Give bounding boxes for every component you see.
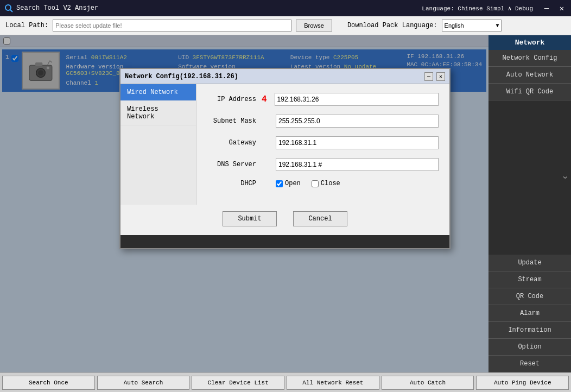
svg-line-1	[10, 10, 12, 12]
dns-server-label: DNS Server	[207, 161, 256, 168]
network-config-button[interactable]: Network Config	[488, 50, 571, 67]
modal-controls: — ✕	[424, 72, 445, 81]
dhcp-open-option[interactable]: Open	[276, 180, 301, 187]
modal-minimize-button[interactable]: —	[424, 72, 433, 81]
search-once-button[interactable]: Search Once	[2, 376, 95, 390]
dns-server-row: DNS Server	[207, 158, 439, 171]
collapse-arrow-icon[interactable]: ›	[560, 175, 570, 180]
gateway-input[interactable]	[276, 136, 439, 149]
dns-server-input[interactable]	[276, 158, 439, 171]
qr-code-button[interactable]: QR Code	[488, 288, 571, 305]
ip-address-input[interactable]	[275, 93, 439, 106]
title-bar: Search Tool V2 Ansjer Language: Chinese …	[0, 0, 571, 16]
dhcp-row: DHCP Open Close	[207, 180, 439, 187]
ip-step: 4	[262, 94, 267, 104]
title-controls: — ✕	[542, 4, 567, 13]
local-path-label: Local Path:	[5, 22, 48, 29]
modal-form: IP Address 4 Subnet Mask Gateway DNS Ser…	[196, 84, 449, 205]
option-button[interactable]: Option	[488, 339, 571, 356]
ip-address-label: IP Address	[207, 96, 256, 103]
right-sidebar: Network Network Config Auto Network Wifi…	[488, 35, 571, 372]
sidebar-bottom-btns: Update Stream QR Code Alarm Information …	[488, 255, 571, 372]
submit-button[interactable]: Submit	[223, 211, 277, 226]
sidebar-spacer: ›	[488, 100, 571, 255]
dhcp-label: DHCP	[207, 180, 256, 187]
stream-button[interactable]: Stream	[488, 271, 571, 288]
ip-address-row: IP Address 4	[207, 93, 439, 106]
modal-left-nav: Wired Network Wireless Network	[120, 84, 196, 205]
modal-title: Network Config(192.168.31.26)	[125, 73, 238, 80]
wireless-network-nav[interactable]: Wireless Network	[120, 101, 196, 125]
close-button[interactable]: ✕	[557, 4, 567, 13]
dhcp-close-option[interactable]: Close	[312, 180, 340, 187]
subnet-mask-label: Subnet Mask	[207, 117, 256, 125]
browse-button[interactable]: Browse	[296, 20, 332, 31]
local-path-input[interactable]	[53, 20, 291, 31]
language-select[interactable]: English	[442, 20, 502, 31]
dhcp-close-checkbox[interactable]	[312, 180, 319, 187]
modal-status-bar	[120, 235, 449, 248]
app-title: Search Tool V2 Ansjer	[16, 4, 98, 12]
alarm-button[interactable]: Alarm	[488, 305, 571, 322]
auto-search-button[interactable]: Auto Search	[97, 376, 190, 390]
gateway-label: Gateway	[207, 139, 256, 147]
subnet-mask-row: Subnet Mask	[207, 115, 439, 128]
toolbar: Local Path: Browse Download Pack Languag…	[0, 16, 571, 35]
auto-ping-device-button[interactable]: Auto Ping Device	[476, 376, 569, 390]
minimize-button[interactable]: —	[542, 4, 551, 12]
network-config-modal: Network Config(192.168.31.26) — ✕ Wired …	[119, 68, 451, 249]
dhcp-open-checkbox[interactable]	[276, 180, 283, 187]
svg-point-0	[5, 5, 11, 10]
download-pack-label: Download Pack Language:	[347, 22, 437, 29]
all-network-reset-button[interactable]: All Network Reset	[287, 376, 379, 390]
update-button[interactable]: Update	[488, 255, 571, 271]
modal-title-bar: Network Config(192.168.31.26) — ✕	[120, 69, 449, 84]
language-debug-label: Language: Chinese Simpl ∧ Debug	[422, 5, 533, 12]
auto-catch-button[interactable]: Auto Catch	[382, 376, 474, 390]
modal-footer: Submit Cancel	[120, 205, 449, 235]
reset-button[interactable]: Reset	[488, 356, 571, 372]
auto-network-button[interactable]: Auto Network	[488, 67, 571, 84]
subnet-mask-input[interactable]	[276, 115, 439, 128]
gateway-row: Gateway	[207, 136, 439, 149]
network-header: Network	[488, 35, 571, 50]
cancel-button[interactable]: Cancel	[293, 211, 347, 226]
dhcp-open-label: Open	[285, 180, 301, 187]
app-icon	[4, 4, 13, 12]
title-right: Language: Chinese Simpl ∧ Debug — ✕	[422, 4, 567, 13]
modal-close-button[interactable]: ✕	[436, 72, 445, 81]
wifi-qr-code-button[interactable]: Wifi QR Code	[488, 84, 571, 100]
dhcp-close-label: Close	[321, 180, 340, 187]
clear-device-list-button[interactable]: Clear Device List	[192, 376, 284, 390]
bottom-bar: Search Once Auto Search Clear Device Lis…	[0, 372, 571, 392]
title-left: Search Tool V2 Ansjer	[4, 4, 98, 12]
modal-body: Wired Network Wireless Network IP Addres…	[120, 84, 449, 205]
wired-network-nav[interactable]: Wired Network	[120, 84, 196, 101]
modal-overlay: Network Config(192.168.31.26) — ✕ Wired …	[0, 35, 488, 372]
information-button[interactable]: Information	[488, 322, 571, 339]
